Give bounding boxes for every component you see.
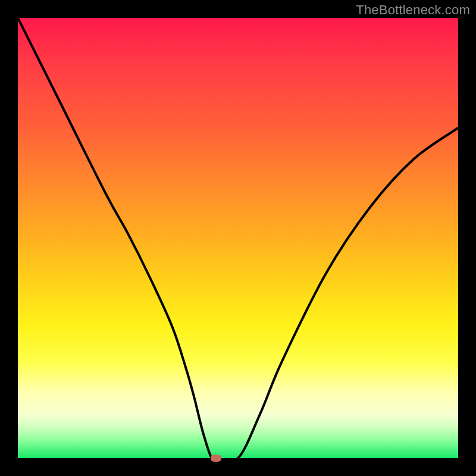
chart-frame: TheBottleneck.com bbox=[0, 0, 476, 476]
plot-area bbox=[18, 18, 458, 458]
curve-svg bbox=[18, 18, 458, 458]
optimum-marker bbox=[211, 455, 221, 462]
bottleneck-curve bbox=[18, 18, 458, 458]
watermark-text: TheBottleneck.com bbox=[356, 2, 470, 18]
